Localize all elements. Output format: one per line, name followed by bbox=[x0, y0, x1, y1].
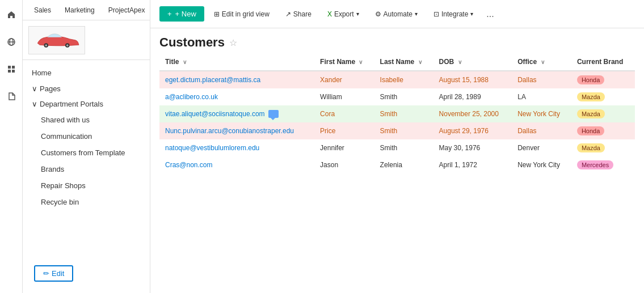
sidebar-item-customers-from-template[interactable]: Customers from Template bbox=[23, 145, 150, 161]
icon-bar bbox=[0, 0, 23, 293]
cell-title[interactable]: a@aclibero.co.uk bbox=[159, 88, 314, 105]
svg-rect-3 bbox=[8, 66, 11, 69]
sidebar-item-shared-with-us[interactable]: Shared with us bbox=[23, 112, 150, 128]
cell-lastname: Smith bbox=[374, 105, 433, 122]
automate-icon: ⚙ bbox=[375, 10, 381, 18]
cell-dob: April 28, 1989 bbox=[433, 88, 512, 105]
cell-firstname: Jason bbox=[314, 156, 374, 173]
cell-title[interactable]: Cras@non.com bbox=[159, 156, 314, 173]
brand-badge: Mercedes bbox=[577, 160, 613, 169]
sidebar-item-repair-shops[interactable]: Repair Shops bbox=[23, 177, 150, 194]
automate-button[interactable]: ⚙ Automate ▾ bbox=[369, 7, 424, 22]
chevron-icon: ∨ bbox=[32, 84, 37, 93]
favorite-icon[interactable]: ☆ bbox=[229, 37, 237, 48]
svg-point-10 bbox=[66, 44, 69, 46]
cell-firstname: Price bbox=[314, 122, 374, 139]
col-office: Office ∨ bbox=[512, 53, 571, 71]
svg-point-8 bbox=[45, 44, 47, 46]
plus-icon: + bbox=[167, 10, 172, 18]
brand-badge: Honda bbox=[577, 75, 604, 84]
globe-icon[interactable] bbox=[2, 33, 20, 51]
cell-lastname: Smith bbox=[374, 122, 433, 139]
page-title: Customers bbox=[159, 35, 225, 50]
cell-lastname: Isabelle bbox=[374, 71, 433, 88]
cell-firstname: William bbox=[314, 88, 374, 105]
cell-dob: November 25, 2000 bbox=[433, 105, 512, 122]
new-button[interactable]: + + New bbox=[159, 6, 204, 22]
sort-title-icon[interactable]: ∨ bbox=[183, 59, 187, 65]
page-header: Customers ☆ bbox=[150, 28, 644, 53]
table-row[interactable]: Cras@non.comJasonZeleniaApril 1, 1972New… bbox=[159, 156, 635, 173]
sidebar-item-recycle-bin[interactable]: Recycle bin bbox=[23, 194, 150, 210]
export-button[interactable]: X Export ▾ bbox=[321, 7, 365, 22]
col-lastname: Last Name ∨ bbox=[374, 53, 433, 71]
table-row[interactable]: vitae.aliquet@sociisnatoque.comCoraSmith… bbox=[159, 105, 635, 122]
file-icon[interactable] bbox=[2, 87, 20, 105]
cell-firstname: Jennifer bbox=[314, 139, 374, 156]
share-button[interactable]: ↗ Share bbox=[279, 7, 318, 22]
cell-title[interactable]: vitae.aliquet@sociisnatoque.com bbox=[159, 105, 314, 122]
svg-rect-6 bbox=[12, 70, 15, 73]
sidebar: Sales Marketing ProjectApex Home ∨ Pages… bbox=[23, 0, 150, 293]
svg-rect-4 bbox=[12, 66, 15, 69]
sidebar-section-department-portals[interactable]: ∨ Department Portals bbox=[23, 96, 150, 112]
edit-button[interactable]: ✏ Edit bbox=[34, 265, 73, 282]
cell-office: LA bbox=[512, 88, 571, 105]
cell-title[interactable]: eget.dictum.placerat@mattis.ca bbox=[159, 71, 314, 88]
cell-dob: August 15, 1988 bbox=[433, 71, 512, 88]
col-brand: Current Brand bbox=[571, 53, 635, 71]
tab-marketing[interactable]: Marketing bbox=[59, 4, 100, 16]
sort-dob-icon[interactable]: ∨ bbox=[458, 59, 462, 65]
cell-title[interactable]: Nunc.pulvinar.arcu@conubianostraper.edu bbox=[159, 122, 314, 139]
more-options-button[interactable]: ... bbox=[483, 7, 497, 22]
col-firstname: First Name ∨ bbox=[314, 53, 374, 71]
svg-rect-5 bbox=[8, 70, 11, 73]
cell-firstname: Xander bbox=[314, 71, 374, 88]
cell-office: Denver bbox=[512, 139, 571, 156]
logo-area bbox=[23, 20, 150, 60]
brand-badge: Mazda bbox=[577, 109, 605, 118]
cell-lastname: Smith bbox=[374, 88, 433, 105]
tab-sales[interactable]: Sales bbox=[28, 4, 57, 16]
cell-dob: August 29, 1976 bbox=[433, 122, 512, 139]
edit-icon: ✏ bbox=[43, 269, 49, 278]
cell-firstname: Cora bbox=[314, 105, 374, 122]
grid-edit-icon: ⊞ bbox=[214, 10, 220, 18]
integrate-icon: ⊡ bbox=[433, 10, 439, 18]
sidebar-item-home[interactable]: Home bbox=[23, 65, 150, 81]
customers-table: Title ∨ First Name ∨ Last Name ∨ DOB ∨ bbox=[159, 53, 635, 173]
table-row[interactable]: natoque@vestibulumlorem.eduJenniferSmith… bbox=[159, 139, 635, 156]
tabs-bar: Sales Marketing ProjectApex bbox=[23, 0, 150, 20]
cell-title[interactable]: natoque@vestibulumlorem.edu bbox=[159, 139, 314, 156]
table-row[interactable]: a@aclibero.co.ukWilliamSmithApril 28, 19… bbox=[159, 88, 635, 105]
logo-image bbox=[28, 26, 85, 54]
cell-office: Dallas bbox=[512, 122, 571, 139]
home-icon[interactable] bbox=[2, 6, 20, 24]
cell-lastname: Zelenia bbox=[374, 156, 433, 173]
integrate-button[interactable]: ⊡ Integrate ▾ bbox=[427, 7, 479, 22]
cell-brand: Mazda bbox=[571, 105, 635, 122]
cell-office: New York City bbox=[512, 156, 571, 173]
integrate-chevron-icon: ▾ bbox=[470, 11, 473, 17]
cell-brand: Mazda bbox=[571, 88, 635, 105]
brand-badge: Mazda bbox=[577, 143, 605, 152]
tab-projectapex[interactable]: ProjectApex bbox=[103, 4, 150, 16]
cell-office: Dallas bbox=[512, 71, 571, 88]
cell-dob: May 30, 1976 bbox=[433, 139, 512, 156]
sidebar-item-brands[interactable]: Brands bbox=[23, 161, 150, 177]
sort-office-icon[interactable]: ∨ bbox=[541, 59, 545, 65]
sort-lastname-icon[interactable]: ∨ bbox=[418, 59, 422, 65]
export-icon: X bbox=[327, 10, 332, 18]
edit-grid-view-button[interactable]: ⊞ Edit in grid view bbox=[208, 7, 276, 22]
automate-chevron-icon: ▾ bbox=[415, 11, 418, 17]
col-dob: DOB ∨ bbox=[433, 53, 512, 71]
sidebar-section-pages[interactable]: ∨ Pages bbox=[23, 81, 150, 96]
table-row[interactable]: eget.dictum.placerat@mattis.caXanderIsab… bbox=[159, 71, 635, 88]
grid-icon[interactable] bbox=[2, 60, 20, 78]
table-row[interactable]: Nunc.pulvinar.arcu@conubianostraper.eduP… bbox=[159, 122, 635, 139]
table-container: Title ∨ First Name ∨ Last Name ∨ DOB ∨ bbox=[150, 53, 644, 293]
message-icon bbox=[268, 110, 279, 118]
share-icon: ↗ bbox=[285, 10, 291, 18]
sidebar-item-communication[interactable]: Communication bbox=[23, 128, 150, 145]
sort-firstname-icon[interactable]: ∨ bbox=[359, 59, 363, 65]
